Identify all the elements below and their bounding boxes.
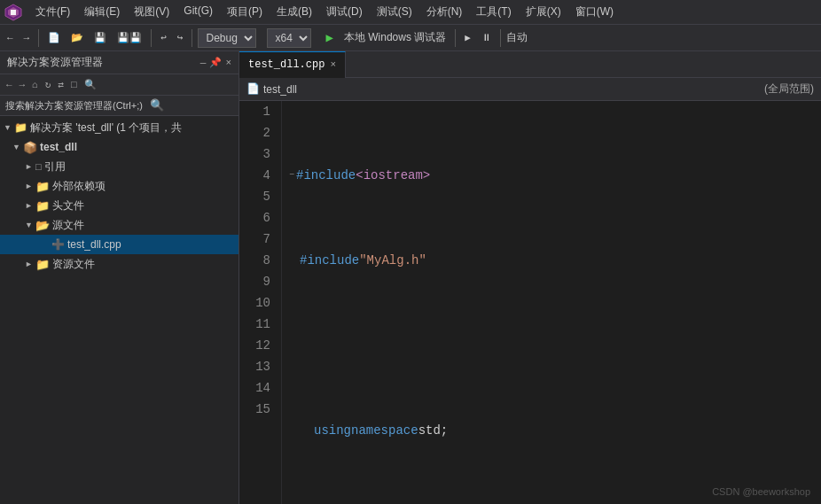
sidebar-title: 解决方案资源管理器 [7, 55, 103, 70]
namespace-kw: namespace [351, 420, 418, 441]
menu-git[interactable]: Git(G) [176, 3, 220, 21]
resources-arrow-icon: ► [25, 260, 34, 268]
tree-sources[interactable]: ▼ 📂 源文件 [0, 215, 238, 235]
sidebar-back-btn[interactable]: ← [4, 79, 15, 91]
code-line-4: using namespace std; [289, 420, 814, 441]
toolbar-sep-3 [192, 29, 192, 47]
line-num-6: 6 [254, 207, 270, 229]
editor-tabs: test_dll.cpp × [239, 51, 821, 78]
auto-label: 自动 [506, 30, 528, 45]
sidebar-search-label: 搜索解决方案资源管理器(Ctrl+;) [5, 99, 143, 112]
toolbar-back-btn[interactable]: ← [4, 31, 17, 45]
menu-view[interactable]: 视图(V) [127, 3, 176, 21]
line-num-12: 12 [254, 335, 270, 356]
svg-rect-2 [11, 10, 16, 15]
toolbar-new-btn[interactable]: 📄 [44, 30, 64, 45]
menu-bar: 文件(F) 编辑(E) 视图(V) Git(G) 项目(P) 生成(B) 调试(… [0, 0, 821, 25]
ext-deps-folder-icon: 📁 [35, 180, 50, 193]
sidebar-header-icons: ― 📌 × [200, 57, 231, 68]
editor-area: test_dll.cpp × 📄 test_dll (全局范围) 1 2 3 4… [239, 51, 821, 504]
menu-edit[interactable]: 编辑(E) [77, 3, 127, 21]
line-num-9: 9 [254, 271, 270, 292]
sidebar-toolbar: ← → ⌂ ↻ ⇄ □ 🔍 [0, 74, 238, 96]
headers-label: 头文件 [52, 198, 84, 213]
line-num-14: 14 [254, 377, 270, 399]
tree-headers[interactable]: ► 📁 头文件 [0, 196, 238, 215]
toolbar-open-btn[interactable]: 📂 [67, 30, 87, 45]
std-ns: std; [418, 420, 449, 441]
code-content[interactable]: −#include <iostream> #include "MyAlg.h" … [282, 101, 821, 504]
menu-debug[interactable]: 调试(D) [319, 3, 370, 21]
breadcrumb-scope: (全局范围) [764, 81, 814, 97]
solution-arrow-icon: ▼ [4, 123, 12, 132]
sidebar-close-icon[interactable]: × [225, 58, 231, 68]
toolbar-sep-1 [38, 29, 39, 47]
editor-breadcrumb: 📄 test_dll (全局范围) [239, 78, 821, 101]
sidebar-search: 搜索解决方案资源管理器(Ctrl+;) 🔍 [0, 96, 238, 116]
tree-ext-deps[interactable]: ► 📁 外部依赖项 [0, 176, 238, 196]
toolbar-forward-btn[interactable]: → [20, 31, 34, 45]
toolbar-save-btn[interactable]: 💾 [90, 30, 110, 45]
start-debug-btn[interactable]: ▶ [322, 30, 336, 45]
toolbar-saveall-btn[interactable]: 💾💾 [113, 30, 145, 45]
config-select[interactable]: Debug [198, 28, 256, 48]
line-num-1: 1 [254, 101, 270, 122]
tab-close-btn[interactable]: × [330, 59, 336, 70]
menu-file[interactable]: 文件(F) [28, 3, 77, 21]
menu-project[interactable]: 项目(P) [220, 3, 270, 21]
line-numbers: 1 2 3 4 5 6 7 8 9 10 11 12 13 14 15 [239, 101, 282, 504]
line-num-5: 5 [254, 186, 270, 207]
project-arrow-icon: ▼ [12, 143, 21, 151]
sidebar-home-btn[interactable]: ⌂ [29, 79, 41, 91]
collapse-1[interactable]: − [289, 165, 294, 186]
tree-resources[interactable]: ► 📁 资源文件 [0, 254, 238, 274]
sidebar-search-icon[interactable]: 🔍 [150, 98, 164, 112]
toolbar-undo-btn[interactable]: ↩ [157, 30, 170, 45]
menu-build[interactable]: 生成(B) [270, 3, 319, 21]
include-file-2: "MyAlg.h" [359, 250, 426, 271]
solution-label: 解决方案 'test_dll' (1 个项目，共 [30, 120, 182, 136]
sources-arrow-icon: ▼ [25, 221, 34, 229]
tree-project[interactable]: ▼ 📦 test_dll [0, 137, 238, 157]
code-line-3 [289, 335, 814, 356]
menu-extensions[interactable]: 扩展(X) [519, 3, 568, 21]
line-num-3: 3 [254, 143, 270, 165]
toolbar-run-btn[interactable]: ▶ [461, 30, 474, 45]
toolbar-sep-2 [151, 29, 152, 47]
sidebar-filter-btn[interactable]: 🔍 [82, 78, 99, 91]
breadcrumb-filename: test_dll [263, 83, 297, 96]
sidebar-pin2-icon[interactable]: 📌 [209, 57, 222, 68]
platform-select[interactable]: x64 [267, 28, 311, 48]
sidebar-collapse-btn[interactable]: □ [68, 79, 80, 91]
toolbar-sep-4 [455, 29, 456, 47]
headers-folder-icon: 📁 [35, 199, 50, 213]
debugger-label: 本地 Windows 调试器 [344, 30, 446, 45]
code-line-1: −#include <iostream> [289, 165, 814, 186]
toolbar-redo-btn[interactable]: ↪ [174, 30, 187, 45]
menu-window[interactable]: 窗口(W) [568, 3, 621, 21]
line-num-11: 11 [254, 314, 270, 335]
sidebar-forward-btn[interactable]: → [17, 79, 28, 91]
tab-test-dll-cpp[interactable]: test_dll.cpp × [239, 51, 346, 78]
tree-solution[interactable]: ▼ 📁 解决方案 'test_dll' (1 个项目，共 [0, 118, 238, 137]
sidebar-header: 解决方案资源管理器 ― 📌 × [0, 51, 238, 74]
tree-file-test-dll-cpp[interactable]: ➕ test_dll.cpp [0, 235, 238, 254]
tree-refs[interactable]: ► □ 引用 [0, 157, 238, 176]
line-num-2: 2 [254, 122, 270, 143]
sidebar-pin-icon[interactable]: ― [200, 58, 207, 68]
menu-tools[interactable]: 工具(T) [469, 3, 518, 21]
project-icon: 📦 [23, 141, 37, 154]
sidebar-refresh-btn[interactable]: ↻ [43, 78, 54, 91]
refs-arrow-icon: ► [25, 162, 34, 171]
line-num-13: 13 [254, 356, 270, 377]
resources-label: 资源文件 [52, 257, 95, 272]
toolbar-sep-5 [500, 29, 501, 47]
menu-analyze[interactable]: 分析(N) [419, 3, 470, 21]
cpp-file-icon: ➕ [51, 238, 65, 251]
include-lib-1: <iostream> [356, 165, 430, 186]
headers-arrow-icon: ► [25, 201, 34, 210]
toolbar-pause-btn[interactable]: ⏸ [478, 30, 495, 45]
code-editor: 1 2 3 4 5 6 7 8 9 10 11 12 13 14 15 −#in… [239, 101, 821, 504]
menu-test[interactable]: 测试(S) [370, 3, 419, 21]
sidebar-sync-btn[interactable]: ⇄ [55, 78, 66, 91]
